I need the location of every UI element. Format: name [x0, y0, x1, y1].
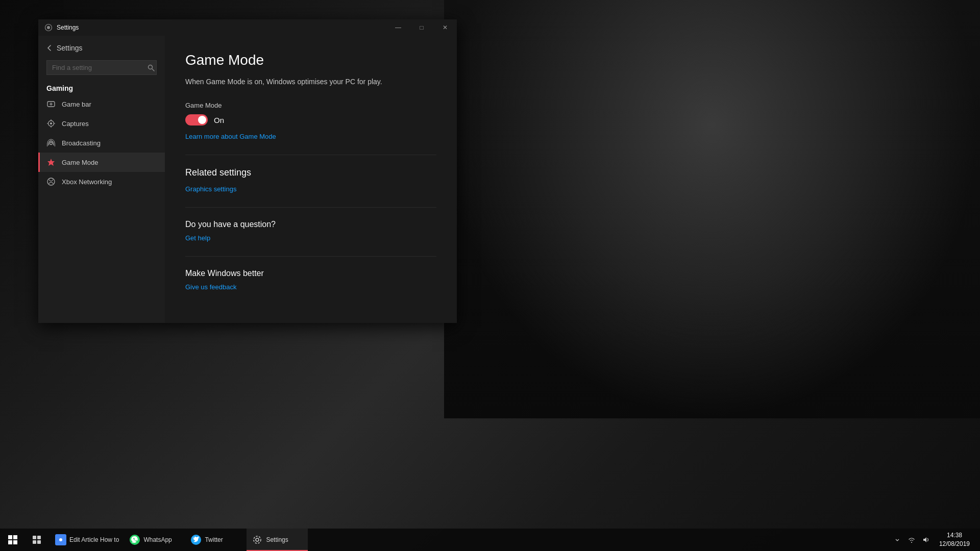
svg-point-19 [256, 538, 259, 541]
title-bar-controls: — □ ✕ [386, 19, 457, 36]
svg-rect-12 [37, 536, 41, 539]
sidebar-item-broadcasting[interactable]: Broadcasting [38, 133, 165, 153]
tray-chevron[interactable] [891, 529, 903, 551]
window-content: Settings Gaming [38, 36, 457, 323]
svg-point-10 [47, 178, 55, 185]
svg-point-8 [50, 122, 52, 124]
sidebar: Settings Gaming [38, 36, 165, 323]
maximize-button[interactable]: □ [410, 19, 433, 36]
taskbar-app-whatsapp[interactable]: WhatsApp [124, 529, 185, 551]
settings-window: Settings — □ ✕ Settings [38, 19, 457, 323]
whatsapp-label: WhatsApp [143, 536, 172, 543]
divider-1 [185, 155, 436, 155]
taskbar-app-edit-article[interactable]: Edit Article How to [50, 529, 124, 551]
sidebar-section-label: Gaming [38, 79, 165, 94]
title-bar-title: Settings [57, 24, 79, 31]
sidebar-item-game-bar-label: Game bar [62, 101, 91, 108]
title-bar: Settings — □ ✕ [38, 19, 457, 36]
minimize-button[interactable]: — [386, 19, 410, 36]
get-help-link[interactable]: Get help [185, 234, 210, 242]
captures-icon [46, 119, 56, 128]
gamemode-icon [46, 158, 56, 167]
main-content: Game Mode When Game Mode is on, Windows … [165, 36, 457, 323]
svg-rect-14 [37, 540, 41, 544]
settings-taskbar-label: Settings [266, 536, 288, 543]
close-button[interactable]: ✕ [433, 19, 457, 36]
sidebar-item-captures[interactable]: Captures [38, 114, 165, 133]
question-heading: Do you have a question? [185, 220, 436, 229]
svg-point-20 [254, 536, 261, 543]
sidebar-item-broadcasting-label: Broadcasting [62, 139, 101, 147]
page-title: Game Mode [185, 52, 436, 68]
page-description: When Game Mode is on, Windows optimises … [185, 77, 436, 87]
whatsapp-icon [129, 534, 140, 545]
taskbar-app-twitter[interactable]: Twitter [185, 529, 247, 551]
taskbar-apps: Edit Article How to WhatsApp Twitter [48, 529, 885, 551]
taskbar-app-settings[interactable]: Settings [247, 529, 308, 551]
tray-volume[interactable] [920, 529, 932, 551]
back-arrow-icon [46, 45, 53, 51]
twitter-label: Twitter [205, 536, 223, 543]
twitter-icon [190, 534, 202, 545]
edit-article-icon [55, 534, 66, 545]
svg-line-3 [152, 69, 154, 71]
clock-time: 14:38 [947, 531, 962, 540]
sidebar-item-game-bar[interactable]: Game bar [38, 94, 165, 114]
settings-window-icon [44, 23, 53, 32]
svg-rect-13 [33, 540, 36, 544]
divider-2 [185, 207, 436, 208]
svg-point-2 [149, 65, 153, 69]
svg-rect-11 [33, 536, 36, 539]
learn-more-link[interactable]: Learn more about Game Mode [185, 133, 276, 140]
sidebar-item-xbox-networking[interactable]: Xbox Networking [38, 172, 165, 191]
gamebar-icon [46, 99, 56, 109]
svg-point-16 [59, 538, 62, 541]
sidebar-back-button[interactable]: Settings [38, 40, 165, 56]
sidebar-item-xbox-networking-label: Xbox Networking [62, 178, 112, 186]
xbox-icon [46, 177, 56, 186]
system-clock[interactable]: 14:38 12/08/2019 [935, 529, 974, 551]
feedback-heading: Make Windows better [185, 269, 436, 278]
sidebar-item-game-mode[interactable]: Game Mode [38, 153, 165, 172]
search-input[interactable] [46, 60, 157, 75]
task-view-icon [32, 535, 41, 544]
wallpaper-character [444, 0, 980, 418]
toggle-state-label: On [214, 116, 224, 124]
title-bar-left: Settings [38, 23, 79, 32]
sidebar-item-captures-label: Captures [62, 120, 89, 128]
toggle-knob [198, 116, 206, 124]
related-settings-heading: Related settings [185, 167, 436, 178]
system-tray [891, 529, 932, 551]
game-mode-toggle[interactable] [185, 114, 208, 126]
game-mode-label: Game Mode [185, 102, 436, 109]
graphics-settings-link[interactable]: Graphics settings [185, 185, 236, 193]
clock-date: 12/08/2019 [939, 540, 970, 548]
tray-network[interactable] [905, 529, 918, 551]
svg-point-0 [47, 26, 50, 29]
task-view-button[interactable] [26, 529, 48, 551]
feedback-link[interactable]: Give us feedback [185, 283, 236, 291]
divider-3 [185, 256, 436, 257]
taskbar: Edit Article How to WhatsApp Twitter [0, 529, 980, 551]
settings-taskbar-icon [252, 534, 263, 545]
sidebar-item-game-mode-label: Game Mode [62, 159, 99, 166]
windows-logo-icon [8, 535, 17, 544]
search-container [38, 56, 165, 79]
taskbar-right: 14:38 12/08/2019 [885, 529, 980, 551]
sidebar-back-label: Settings [57, 44, 83, 52]
edit-article-label: Edit Article How to [69, 536, 119, 543]
svg-point-9 [50, 142, 53, 145]
start-button[interactable] [0, 529, 26, 551]
broadcasting-icon [46, 138, 56, 147]
search-icon [148, 64, 155, 71]
toggle-row: On [185, 114, 436, 126]
